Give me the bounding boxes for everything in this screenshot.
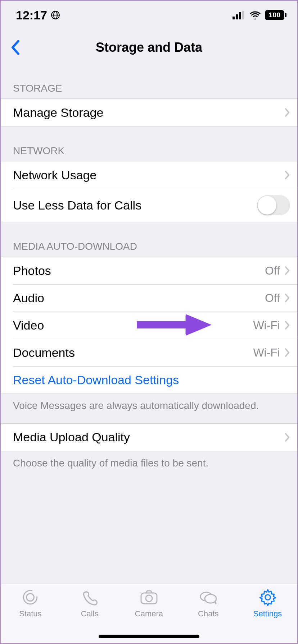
chevron-right-icon <box>284 266 290 275</box>
row-value: Off <box>265 264 280 277</box>
list-media: Photos Off Audio Off Video Wi-Fi Documen… <box>1 257 297 394</box>
row-label: Use Less Data for Calls <box>13 198 257 212</box>
row-photos[interactable]: Photos Off <box>1 257 297 284</box>
row-video[interactable]: Video Wi-Fi <box>1 312 297 339</box>
svg-rect-3 <box>232 17 235 19</box>
chevron-right-icon <box>284 108 290 117</box>
row-documents[interactable]: Documents Wi-Fi <box>1 339 297 366</box>
row-label: Network Usage <box>13 168 284 182</box>
row-audio[interactable]: Audio Off <box>1 284 297 312</box>
nav-header: Storage and Data <box>1 29 297 65</box>
footer-upload: Choose the quality of media files to be … <box>1 451 297 470</box>
section-header-storage: STORAGE <box>1 65 297 98</box>
svg-rect-4 <box>236 14 238 19</box>
section-header-network: NETWORK <box>1 126 297 161</box>
tab-label: Status <box>19 609 41 618</box>
cellular-signal-icon <box>232 8 245 22</box>
row-label: Media Upload Quality <box>13 430 284 444</box>
row-value: Wi-Fi <box>253 319 280 332</box>
tab-status[interactable]: Status <box>1 588 60 643</box>
chevron-right-icon <box>284 433 290 442</box>
chevron-right-icon <box>284 170 290 180</box>
status-icon <box>21 588 39 607</box>
footer-media: Voice Messages are always automatically … <box>1 394 297 423</box>
page-title: Storage and Data <box>96 40 202 55</box>
row-value: Wi-Fi <box>253 346 280 359</box>
row-label: Reset Auto-Download Settings <box>13 373 290 387</box>
tab-label: Calls <box>81 609 99 618</box>
svg-rect-6 <box>242 11 244 19</box>
use-less-data-toggle[interactable] <box>257 195 290 215</box>
status-bar: 12:17 100 <box>1 1 297 29</box>
svg-point-10 <box>146 595 152 602</box>
section-header-media: MEDIA AUTO-DOWNLOAD <box>1 222 297 257</box>
svg-rect-5 <box>239 12 241 19</box>
battery-icon: 100 <box>265 10 286 20</box>
row-manage-storage[interactable]: Manage Storage <box>1 99 297 126</box>
svg-point-13 <box>265 595 270 600</box>
gear-icon <box>259 588 277 607</box>
row-value: Off <box>265 291 280 305</box>
chats-icon <box>198 588 218 607</box>
wifi-icon <box>249 8 261 22</box>
back-button[interactable] <box>8 40 22 55</box>
row-label: Video <box>13 318 253 332</box>
toggle-knob <box>258 196 276 215</box>
globe-icon <box>51 10 60 20</box>
battery-level: 100 <box>265 10 284 20</box>
svg-point-7 <box>24 590 37 604</box>
svg-point-8 <box>27 594 34 601</box>
chevron-right-icon <box>284 348 290 357</box>
status-time: 12:17 <box>16 8 47 22</box>
chevron-right-icon <box>284 321 290 330</box>
row-label: Manage Storage <box>13 106 284 120</box>
camera-icon <box>139 588 159 607</box>
row-media-upload-quality[interactable]: Media Upload Quality <box>1 424 297 451</box>
tab-label: Chats <box>198 609 218 618</box>
row-label: Audio <box>13 291 265 305</box>
phone-icon <box>81 588 99 607</box>
list-upload: Media Upload Quality <box>1 423 297 451</box>
tab-label: Settings <box>253 609 282 618</box>
row-network-usage[interactable]: Network Usage <box>1 161 297 189</box>
home-indicator[interactable] <box>99 635 199 638</box>
list-network: Network Usage Use Less Data for Calls <box>1 161 297 222</box>
row-use-less-data[interactable]: Use Less Data for Calls <box>1 189 297 222</box>
row-label: Photos <box>13 264 265 278</box>
list-storage: Manage Storage <box>1 98 297 126</box>
row-label: Documents <box>13 346 253 360</box>
tab-settings[interactable]: Settings <box>238 588 297 643</box>
chevron-right-icon <box>284 293 290 303</box>
tab-label: Camera <box>135 609 163 618</box>
row-reset-auto-download[interactable]: Reset Auto-Download Settings <box>1 366 297 394</box>
tab-bar: Status Calls Camera Chats Settings <box>1 584 297 643</box>
